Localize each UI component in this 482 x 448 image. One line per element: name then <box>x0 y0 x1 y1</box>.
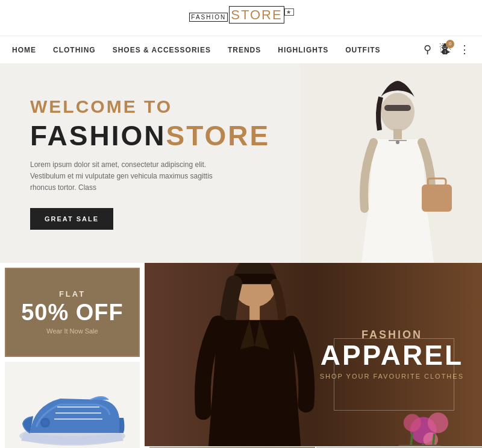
apparel-text: FASHION APPAREL SHOP YOUR FAVOURITE CLOT… <box>320 329 464 380</box>
nav-link-shoes[interactable]: SHOES & ACCESSORIES <box>113 46 211 54</box>
nav-link-outfits[interactable]: OUTFITS <box>345 46 380 54</box>
hero-brand-store: STORE <box>166 120 270 151</box>
svg-point-21 <box>404 414 421 431</box>
nav-link-home[interactable]: HOME <box>12 46 36 54</box>
svg-point-1 <box>381 93 415 131</box>
cart-icon[interactable]: ⛇ 0 <box>440 43 451 56</box>
hero-content: WELCOME TO FASHIONSTORE Lorem ipsum dolo… <box>0 96 300 230</box>
nav-link-trends[interactable]: TRENDS <box>228 46 261 54</box>
cart-badge: 0 <box>446 40 454 48</box>
nav-item-home[interactable]: HOME <box>12 44 36 55</box>
promo-flat-label: FLAT <box>59 289 86 298</box>
promo-right-column: FASHION APPAREL SHOP YOUR FAVOURITE CLOT… <box>145 263 482 448</box>
hero-image-area <box>300 64 482 263</box>
nav-link-highlights[interactable]: HIGHLIGHTS <box>278 46 328 54</box>
logo-store: STORE <box>229 6 284 24</box>
svg-rect-6 <box>422 185 452 212</box>
main-nav: HOME CLOTHING SHOES & ACCESSORIES TRENDS… <box>0 36 482 64</box>
promo-sale-box[interactable]: FLAT 50% OFF Wear It Now Sale <box>5 268 140 357</box>
svg-rect-18 <box>249 305 260 321</box>
promo-shoe-box[interactable] <box>5 362 140 448</box>
nav-item-clothing[interactable]: CLOTHING <box>53 44 96 55</box>
apparel-border-decoration <box>334 338 454 411</box>
nav-links: HOME CLOTHING SHOES & ACCESSORIES TRENDS… <box>12 44 381 55</box>
hero-brand: FASHIONSTORE <box>30 122 270 150</box>
nav-item-trends[interactable]: TRENDS <box>228 44 261 55</box>
menu-icon[interactable]: ⋮ <box>459 43 470 56</box>
promo-percent: 50% OFF <box>21 301 124 324</box>
hero-banner: WELCOME TO FASHIONSTORE Lorem ipsum dolo… <box>0 64 482 263</box>
svg-point-4 <box>396 140 399 144</box>
hero-model-illustration <box>300 64 482 263</box>
logo-fashion: FASHION <box>189 13 228 22</box>
svg-rect-26 <box>398 444 442 446</box>
great-sale-button[interactable]: GREAT SALE <box>30 208 113 230</box>
hero-welcome: WELCOME TO <box>30 96 270 117</box>
site-logo: FASHIONSTORE★ <box>0 7 482 30</box>
nav-icons: ⚲ ⛇ 0 ⋮ <box>424 43 470 56</box>
nav-item-outfits[interactable]: OUTFITS <box>345 44 380 55</box>
fashion-apparel-box[interactable]: FASHION APPAREL SHOP YOUR FAVOURITE CLOT… <box>145 263 482 446</box>
svg-rect-2 <box>384 105 411 111</box>
nav-item-highlights[interactable]: HIGHLIGHTS <box>278 44 328 55</box>
logo-tag: ★ <box>284 8 294 16</box>
promo-wear-label: Wear It Now Sale <box>46 327 98 335</box>
hero-brand-fashion: FASHION <box>30 120 166 151</box>
nav-item-shoes[interactable]: SHOES & ACCESSORIES <box>113 44 211 55</box>
svg-point-20 <box>428 412 448 433</box>
site-header: FASHIONSTORE★ <box>0 0 482 36</box>
svg-point-13 <box>42 420 48 426</box>
promo-left-column: FLAT 50% OFF Wear It Now Sale <box>0 263 145 448</box>
search-icon[interactable]: ⚲ <box>424 43 431 56</box>
hero-description: Lorem ipsum dolor sit amet, consectetur … <box>30 159 223 194</box>
nav-link-clothing[interactable]: CLOTHING <box>53 46 96 54</box>
shoe-illustration <box>12 370 133 448</box>
promo-grid: FLAT 50% OFF Wear It Now Sale <box>0 263 482 448</box>
